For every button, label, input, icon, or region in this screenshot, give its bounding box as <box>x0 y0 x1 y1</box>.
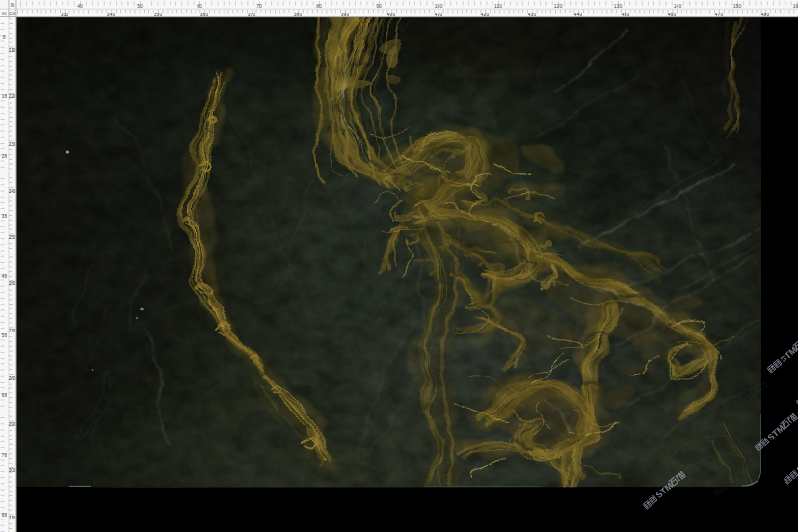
svg-text:300: 300 <box>9 468 16 473</box>
svg-text:270: 270 <box>9 329 16 333</box>
svg-text:8: 8 <box>3 35 6 40</box>
svg-text:18: 18 <box>2 94 8 99</box>
svg-text:390: 390 <box>341 12 350 17</box>
svg-text:60: 60 <box>197 3 202 9</box>
svg-text:120: 120 <box>554 3 563 9</box>
svg-text:240: 240 <box>9 189 16 194</box>
svg-text:350: 350 <box>154 12 163 17</box>
svg-text:28: 28 <box>2 154 8 159</box>
svg-text:330: 330 <box>61 12 69 17</box>
svg-text:IN: IN <box>10 3 14 8</box>
svg-text:58: 58 <box>2 333 8 338</box>
svg-text:430: 430 <box>528 12 537 17</box>
svg-text:380: 380 <box>294 12 303 17</box>
svg-text:80: 80 <box>316 3 322 9</box>
svg-text:220: 220 <box>9 94 16 99</box>
svg-text:78: 78 <box>2 453 8 458</box>
svg-text:210: 210 <box>9 48 16 53</box>
svg-text:90: 90 <box>376 3 382 9</box>
svg-text:280: 280 <box>9 376 16 381</box>
svg-text:340: 340 <box>107 12 116 17</box>
svg-text:470: 470 <box>715 12 724 17</box>
svg-text:40: 40 <box>77 3 83 9</box>
svg-text:480: 480 <box>761 12 770 17</box>
svg-text:38: 38 <box>2 214 8 219</box>
svg-text:110: 110 <box>494 3 502 9</box>
svg-text:68: 68 <box>2 393 8 398</box>
svg-text:100: 100 <box>435 3 443 9</box>
svg-text:440: 440 <box>574 12 583 17</box>
svg-text:48: 48 <box>2 274 8 279</box>
svg-text:460: 460 <box>668 12 677 17</box>
svg-text:290: 290 <box>9 422 16 427</box>
svg-text:IN: IN <box>2 12 7 16</box>
svg-text:410: 410 <box>435 12 443 17</box>
svg-text:230: 230 <box>9 142 16 146</box>
svg-text:CM: CM <box>9 12 15 16</box>
svg-text:150: 150 <box>733 3 742 9</box>
svg-text:160: 160 <box>793 3 798 9</box>
svg-text:450: 450 <box>622 12 630 17</box>
svg-text:360: 360 <box>200 12 209 17</box>
svg-text:260: 260 <box>9 281 16 286</box>
svg-text:250: 250 <box>9 235 16 240</box>
svg-text:70: 70 <box>256 3 262 9</box>
svg-text:140: 140 <box>674 3 682 9</box>
svg-text:370: 370 <box>248 12 256 17</box>
svg-text:420: 420 <box>481 12 490 17</box>
svg-text:88: 88 <box>2 513 8 518</box>
svg-text:400: 400 <box>387 12 396 17</box>
svg-text:310: 310 <box>9 516 16 520</box>
svg-text:50: 50 <box>137 3 143 9</box>
svg-text:130: 130 <box>614 3 623 9</box>
